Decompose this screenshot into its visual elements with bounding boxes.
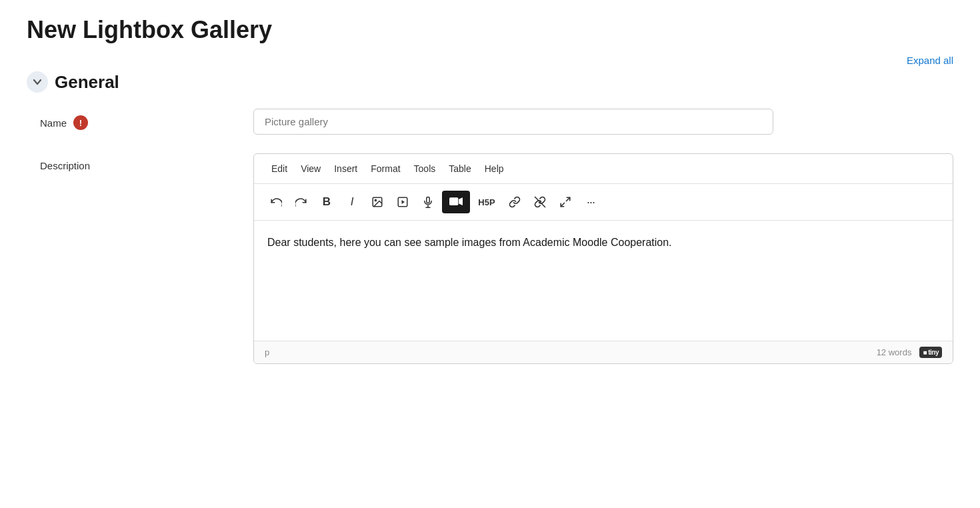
- menu-edit[interactable]: Edit: [265, 161, 294, 177]
- menu-help[interactable]: Help: [478, 161, 511, 177]
- general-form: Name ! Description Edit View Insert Form…: [27, 109, 953, 364]
- editor-tag: p: [265, 347, 269, 357]
- insert-h5p-button[interactable]: H5P: [473, 191, 501, 213]
- svg-rect-4: [427, 197, 430, 203]
- required-icon: !: [73, 115, 88, 130]
- expand-all-row: Expand all: [27, 55, 953, 66]
- bold-button[interactable]: B: [315, 191, 338, 213]
- tiny-logo-box: ■ tiny: [919, 347, 942, 358]
- redo-icon: [295, 196, 307, 208]
- name-field-row: Name !: [40, 109, 953, 135]
- word-count: 12 words: [877, 347, 912, 357]
- menu-table[interactable]: Table: [442, 161, 477, 177]
- unlink-icon: [534, 196, 546, 208]
- link-icon: [509, 196, 521, 208]
- italic-icon: I: [351, 195, 354, 209]
- svg-point-1: [375, 199, 376, 201]
- editor-footer: p 12 words ■ tiny: [254, 341, 953, 363]
- description-field-row: Description Edit View Insert Format Tool…: [40, 153, 953, 364]
- image-icon: [371, 196, 383, 208]
- editor-content[interactable]: Dear students, here you can see sample i…: [254, 221, 953, 341]
- svg-marker-8: [459, 197, 463, 205]
- editor-container: Edit View Insert Format Tools Table Help: [253, 153, 953, 364]
- svg-marker-3: [402, 200, 405, 204]
- chevron-down-icon: [32, 77, 43, 87]
- microphone-icon: [422, 196, 434, 208]
- description-label-col: Description: [40, 153, 253, 171]
- description-control-col: Edit View Insert Format Tools Table Help: [253, 153, 953, 364]
- h5p-icon: H5P: [478, 197, 495, 207]
- fullscreen-button[interactable]: [554, 191, 577, 213]
- insert-media-button[interactable]: [391, 191, 414, 213]
- menu-view[interactable]: View: [294, 161, 327, 177]
- editor-footer-right: 12 words ■ tiny: [877, 347, 942, 358]
- svg-rect-7: [449, 197, 458, 205]
- record-audio-button[interactable]: [417, 191, 439, 213]
- bold-icon: B: [323, 195, 331, 209]
- editor-toolbar: B I: [254, 184, 953, 221]
- redo-button[interactable]: [290, 191, 313, 213]
- menu-format[interactable]: Format: [364, 161, 407, 177]
- menu-tools[interactable]: Tools: [407, 161, 443, 177]
- editor-menu-bar: Edit View Insert Format Tools Table Help: [254, 154, 953, 184]
- page-title: New Lightbox Gallery: [27, 16, 953, 44]
- general-collapse-button[interactable]: [27, 71, 48, 93]
- editor-text: Dear students, here you can see sample i…: [267, 237, 672, 248]
- undo-button[interactable]: [265, 191, 287, 213]
- name-label: Name: [40, 117, 67, 129]
- name-label-col: Name !: [40, 109, 253, 130]
- ellipsis-icon: ···: [587, 195, 595, 209]
- name-input[interactable]: [253, 109, 773, 135]
- fullscreen-icon: [559, 196, 571, 208]
- menu-insert[interactable]: Insert: [327, 161, 364, 177]
- more-options-button[interactable]: ···: [579, 191, 602, 213]
- camera-icon: [449, 196, 463, 208]
- undo-icon: [270, 196, 282, 208]
- insert-image-button[interactable]: [366, 191, 389, 213]
- unlink-button[interactable]: [529, 191, 551, 213]
- italic-button[interactable]: I: [341, 191, 363, 213]
- description-label: Description: [40, 160, 90, 171]
- general-section-header: General: [27, 71, 953, 93]
- expand-all-button[interactable]: Expand all: [907, 55, 953, 66]
- tiny-logo: ■ tiny: [919, 347, 942, 358]
- media-icon: [397, 196, 409, 208]
- record-video-button[interactable]: [442, 191, 470, 213]
- insert-link-button[interactable]: [503, 191, 526, 213]
- general-section-title: General: [55, 72, 119, 93]
- name-control-col: [253, 109, 953, 135]
